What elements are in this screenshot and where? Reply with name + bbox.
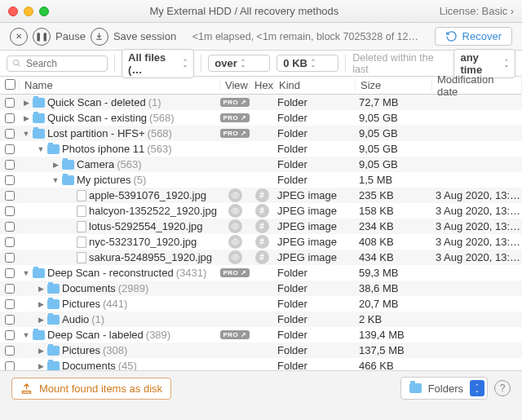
row-name-cell: ▶Documents (45)	[20, 360, 220, 370]
row-checkbox[interactable]	[0, 330, 20, 340]
minimize-window-button[interactable]	[24, 7, 33, 16]
row-checkbox[interactable]	[0, 222, 20, 232]
table-row[interactable]: apple-5391076_1920.jpg#JPEG image235 KB3…	[0, 188, 522, 203]
header-view[interactable]: View	[220, 79, 250, 91]
hex-button[interactable]: #	[255, 204, 269, 218]
disclosure-closed-icon[interactable]: ▶	[37, 285, 45, 293]
disclosure-closed-icon[interactable]: ▶	[51, 161, 60, 169]
row-size: 9,05 GB	[356, 143, 432, 155]
row-kind: JPEG image	[274, 220, 356, 232]
table-row[interactable]: ▼Lost partition - HFS+ (568)PRO ↗Folder9…	[0, 126, 522, 141]
row-mdate: 3 Aug 2020, 13:…	[432, 189, 522, 201]
table-row[interactable]: ▶Camera (563)Folder9,05 GB	[0, 157, 522, 172]
table-row[interactable]: ▼Deep Scan - labeled (389)PRO ↗Folder139…	[0, 327, 522, 343]
row-checkbox[interactable]	[0, 206, 20, 216]
table-row[interactable]: lotus-5292554_1920.jpg#JPEG image234 KB3…	[0, 219, 522, 234]
search-input[interactable]	[26, 58, 102, 69]
row-checkbox[interactable]	[0, 253, 20, 263]
row-checkbox[interactable]	[0, 299, 20, 309]
row-checkbox[interactable]	[0, 144, 20, 154]
hex-button[interactable]: #	[255, 219, 269, 233]
header-hex[interactable]: Hex	[250, 79, 274, 91]
header-mdate[interactable]: Modification date	[432, 73, 522, 98]
size-value-filter[interactable]: 0 KB	[276, 55, 338, 72]
row-checkbox[interactable]	[0, 315, 20, 325]
size-comparison-filter[interactable]: over	[208, 55, 270, 72]
table-row[interactable]: ▶Pictures (308)Folder137,5 MB	[0, 343, 522, 358]
header-name[interactable]: Name	[20, 79, 220, 91]
table-row[interactable]: ▶Documents (45)Folder466 KB	[0, 358, 522, 370]
pause-button[interactable]: ❚❚	[33, 28, 51, 46]
table-row[interactable]: ▶Quick Scan - existing (568)PRO ↗Folder9…	[0, 110, 522, 126]
disclosure-open-icon[interactable]: ▼	[22, 269, 30, 277]
mount-button[interactable]: Mount found items as disk	[11, 378, 171, 400]
save-session-label: Save session	[113, 30, 176, 42]
zoom-window-button[interactable]	[39, 7, 49, 16]
disclosure-open-icon[interactable]: ▼	[37, 145, 45, 153]
folders-selector[interactable]: Folders	[400, 377, 488, 400]
preview-button[interactable]	[228, 250, 242, 264]
row-checkbox[interactable]	[0, 284, 20, 294]
table-row[interactable]: ▼Deep Scan - reconstructed (3431)PRO ↗Fo…	[0, 265, 522, 281]
save-session-button[interactable]	[91, 28, 108, 46]
row-checkbox[interactable]	[0, 237, 20, 247]
preview-button[interactable]	[228, 188, 242, 202]
titlebar: My External HDD / All recovery methods L…	[0, 0, 522, 23]
disclosure-closed-icon[interactable]: ▶	[37, 316, 45, 324]
file-list: ▶Quick Scan - deleted (1)PRO ↗Folder72,7…	[0, 95, 522, 370]
row-checkbox[interactable]	[0, 98, 20, 108]
close-window-button[interactable]	[8, 7, 18, 16]
row-kind: JPEG image	[274, 205, 356, 217]
row-name-cell: ▼Deep Scan - reconstructed (3431)	[20, 267, 220, 279]
mount-icon	[20, 382, 33, 395]
row-checkbox[interactable]	[0, 268, 20, 278]
row-name: lotus-5292554_1920.jpg	[89, 220, 203, 232]
table-row[interactable]: ▶Pictures (441)Folder20,7 MB	[0, 296, 522, 312]
row-checkbox[interactable]	[0, 113, 20, 123]
header-size[interactable]: Size	[356, 79, 432, 91]
row-checkbox[interactable]	[0, 346, 20, 356]
disclosure-closed-icon[interactable]: ▶	[22, 99, 30, 107]
folder-icon	[33, 113, 45, 123]
table-row[interactable]: halcyon-1352522_1920.jpg#JPEG image158 K…	[0, 203, 522, 219]
file-type-filter[interactable]: All files (…	[122, 49, 194, 78]
disclosure-open-icon[interactable]: ▼	[22, 130, 30, 138]
hex-button[interactable]: #	[255, 235, 269, 249]
table-row[interactable]: ▶Audio (1)Folder2 KB	[0, 312, 522, 327]
disclosure-open-icon[interactable]: ▼	[51, 176, 60, 184]
recover-button[interactable]: Recover	[435, 27, 512, 46]
table-row[interactable]: sakura-5248955_1920.jpg#JPEG image434 KB…	[0, 250, 522, 265]
row-name: Quick Scan - deleted	[47, 96, 146, 108]
hex-button[interactable]: #	[255, 250, 269, 264]
row-checkbox[interactable]	[0, 191, 20, 201]
stop-button[interactable]: ✕	[10, 28, 28, 46]
help-button[interactable]: ?	[494, 380, 511, 396]
table-row[interactable]: nyc-5323170_1920.jpg#JPEG image408 KB3 A…	[0, 234, 522, 250]
row-name: halcyon-1352522_1920.jpg	[89, 205, 217, 217]
row-kind: Folder	[274, 112, 356, 124]
row-size: 2 KB	[356, 313, 432, 325]
search-field[interactable]	[7, 55, 108, 72]
row-name: apple-5391076_1920.jpg	[89, 189, 206, 201]
table-row[interactable]: ▶Documents (2989)Folder38,6 MB	[0, 281, 522, 296]
table-row[interactable]: ▼My pictures (5)Folder1,5 MB	[0, 172, 522, 188]
header-kind[interactable]: Kind	[274, 79, 356, 91]
hex-button[interactable]: #	[255, 188, 269, 202]
preview-button[interactable]	[228, 204, 242, 218]
disclosure-open-icon[interactable]: ▼	[22, 331, 30, 339]
row-size: 158 KB	[356, 205, 432, 217]
disclosure-closed-icon[interactable]: ▶	[22, 114, 30, 122]
pro-badge: PRO ↗	[220, 330, 249, 339]
preview-button[interactable]	[228, 219, 242, 233]
row-checkbox[interactable]	[0, 175, 20, 185]
disclosure-closed-icon[interactable]: ▶	[37, 300, 45, 308]
row-checkbox[interactable]	[0, 129, 20, 139]
disclosure-closed-icon[interactable]: ▶	[37, 347, 45, 355]
row-checkbox[interactable]	[0, 160, 20, 170]
preview-button[interactable]	[228, 235, 242, 249]
table-row[interactable]: ▼Photos iphone 11 (563)Folder9,05 GB	[0, 141, 522, 157]
license-info[interactable]: License: Basic ›	[440, 5, 514, 17]
row-checkbox[interactable]	[0, 361, 20, 371]
header-checkbox[interactable]	[0, 79, 20, 92]
disclosure-closed-icon[interactable]: ▶	[37, 362, 45, 370]
